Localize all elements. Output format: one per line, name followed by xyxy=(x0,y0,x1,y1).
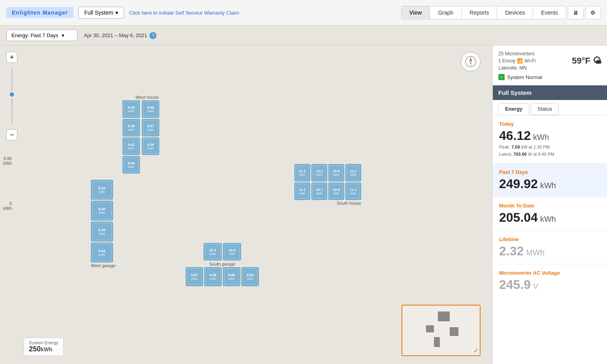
tab-reports[interactable]: Reports xyxy=(462,6,497,19)
settings-button[interactable]: ⚙ xyxy=(585,6,601,19)
system-energy-value: 250kWh xyxy=(29,345,58,353)
today-sub: Peak: 7.09 kW at 1:35 PM Latest: 703.00 … xyxy=(499,144,601,158)
full-system-header: Full System xyxy=(493,85,607,100)
temperature-display: 59°F 🌤 xyxy=(572,56,601,66)
energy-dropdown[interactable]: Energy: Past 7 Days ▾ xyxy=(6,30,77,41)
zoom-in-button[interactable]: + xyxy=(6,52,17,63)
panel-wh-5[interactable]: 9.41kWh xyxy=(123,138,140,155)
panel-wh-6[interactable]: 9.36kWh xyxy=(142,138,159,155)
system-status-label: System Normal xyxy=(507,74,542,80)
past7days-value: 249.92 kWh xyxy=(499,177,601,191)
temperature-value: 59°F xyxy=(572,56,590,66)
panel-wg-1[interactable]: 9.22kWh xyxy=(91,180,113,200)
full-system-button[interactable]: Full System ▾ xyxy=(78,7,124,19)
panel-sh-1[interactable]: 11.1kWh xyxy=(294,164,310,181)
weather-row: 25 Microinverters 1 Envoy 📶 Wi-Fi Lakevi… xyxy=(498,50,601,72)
envoy-label: 1 Envoy xyxy=(498,57,515,64)
panel-sh-2[interactable]: 11.2kWh xyxy=(311,164,327,181)
top-bar: Enlighten Manager Full System ▾ Click he… xyxy=(0,0,607,26)
panel-sg-top-1[interactable]: 10.4kWh xyxy=(204,243,222,260)
month-to-date-label: Month To Date xyxy=(499,203,601,209)
status-dot-icon: ✓ xyxy=(498,74,505,80)
voltage-label: Microinverter AC Voltage xyxy=(499,270,601,276)
panel-group-west-house: West house 9.29kWh 9.46kWh 9.36kWh 9.37k… xyxy=(123,95,160,174)
tab-graph[interactable]: Graph xyxy=(430,6,462,19)
panel-sg-top-2[interactable]: 10.6kWh xyxy=(223,243,241,260)
latest-value: 703.00 xyxy=(513,152,527,157)
weather-info: 25 Microinverters 1 Envoy 📶 Wi-Fi Lakevi… xyxy=(498,50,535,72)
chevron-down-icon: ▾ xyxy=(115,9,118,16)
tab-devices[interactable]: Devices xyxy=(497,6,533,19)
south-house-label: South house xyxy=(294,201,361,206)
sub-bar: Energy: Past 7 Days ▾ Apr 30, 2021 – May… xyxy=(0,26,607,45)
panel-wh-4[interactable]: 9.37kWh xyxy=(142,119,159,136)
system-energy-label: System Energy xyxy=(29,340,58,345)
energy-stats: Today 46.12 kWh Peak: 7.09 kW at 1:35 PM… xyxy=(493,115,607,298)
energy-dropdown-label: Energy: Past 7 Days xyxy=(11,32,58,38)
mini-shape-4 xyxy=(434,337,440,347)
past7days-label: Past 7 Days xyxy=(499,169,601,175)
south-garage-label: South garage xyxy=(186,262,259,266)
scale-bottom-value: 0 xyxy=(3,201,12,206)
main-content: + − 9.80 kWh 0 kWh West house 9.29kWh 9.… xyxy=(0,45,607,364)
scale-bottom-unit: kWh xyxy=(3,206,12,211)
scale-top-value: 9.80 xyxy=(3,156,12,161)
wifi-icon: 📶 xyxy=(517,57,523,64)
panel-wg-3[interactable]: 9.30kWh xyxy=(91,222,113,241)
stat-past7days: Past 7 Days 249.92 kWh xyxy=(493,164,607,197)
panel-sh-8[interactable]: 11.1kWh xyxy=(345,183,361,200)
nav-tabs: View Graph Reports Devices Events 🖥 ⚙ xyxy=(401,6,601,19)
peak-unit: kW at 1:35 PM xyxy=(521,145,550,149)
panel-tabs: Energy Status xyxy=(493,100,607,115)
zoom-out-button[interactable]: − xyxy=(6,129,17,140)
mini-shape-1 xyxy=(438,311,450,321)
zoom-slider[interactable] xyxy=(11,64,13,128)
panel-sg-2[interactable]: 9.36kWh xyxy=(204,267,222,286)
date-range: Apr 30, 2021 – May 6, 2021 ? xyxy=(84,32,156,39)
svg-marker-2 xyxy=(469,62,472,66)
compass-icon xyxy=(461,52,481,72)
panel-tab-energy[interactable]: Energy xyxy=(498,103,529,115)
peak-value: 7.09 xyxy=(511,145,520,149)
panel-wg-4[interactable]: 9.44kWh xyxy=(91,243,113,262)
panel-wh-3[interactable]: 9.36kWh xyxy=(123,119,140,136)
tab-view[interactable]: View xyxy=(401,6,430,19)
panel-sh-4[interactable]: 11.1kWh xyxy=(345,164,361,181)
tab-events[interactable]: Events xyxy=(533,6,566,19)
panel-sg-1[interactable]: 9.57kWh xyxy=(186,267,203,286)
mini-shape-3 xyxy=(450,327,458,336)
stat-today: Today 46.12 kWh Peak: 7.09 kW at 1:35 PM… xyxy=(493,115,607,164)
right-panel: 25 Microinverters 1 Envoy 📶 Wi-Fi Lakevi… xyxy=(492,45,607,364)
panel-tab-status[interactable]: Status xyxy=(531,103,559,115)
voltage-section: Microinverter AC Voltage 245.9 V xyxy=(493,264,607,298)
stat-month-to-date: Month To Date 205.04 kWh xyxy=(493,197,607,231)
panel-group-south-house: 11.1kWh 11.2kWh 10.9kWh 11.1kWh 11.1kWh … xyxy=(294,164,361,206)
info-icon[interactable]: ? xyxy=(149,32,156,39)
panel-wg-2[interactable]: 9.30kWh xyxy=(91,201,113,221)
panel-sh-5[interactable]: 11.1kWh xyxy=(294,183,310,200)
panel-wh-2[interactable]: 9.46kWh xyxy=(142,100,159,118)
warranty-link[interactable]: Click here to initiate Self Service Warr… xyxy=(129,10,239,16)
monitor-button[interactable]: 🖥 xyxy=(568,6,584,19)
mini-shape-2 xyxy=(426,325,434,332)
panel-wh-1[interactable]: 9.29kWh xyxy=(123,100,140,118)
mini-map-expand-button[interactable]: ⤢ xyxy=(473,347,478,354)
panel-sg-4[interactable]: 9.03kWh xyxy=(241,267,259,286)
chevron-down-icon: ▾ xyxy=(62,32,64,38)
brand-logo: Enlighten Manager xyxy=(6,7,74,18)
panel-wh-7[interactable]: 9.46kWh xyxy=(123,156,140,174)
voltage-value: 245.9 V xyxy=(499,277,601,292)
zoom-controls: + − xyxy=(6,52,17,140)
lifetime-value: 2.32 MWh xyxy=(499,244,601,258)
panel-sh-3[interactable]: 10.9kWh xyxy=(328,164,344,181)
month-to-date-value: 205.04 kWh xyxy=(499,210,601,225)
panel-sh-6[interactable]: 10.7kWh xyxy=(311,183,327,200)
mini-map-content xyxy=(402,306,480,355)
panel-sg-3[interactable]: 9.90kWh xyxy=(223,267,240,286)
west-house-label: West house xyxy=(123,95,158,100)
panel-sh-7[interactable]: 10.9kWh xyxy=(328,183,344,200)
system-status-row: ✓ System Normal xyxy=(498,74,601,80)
latest-unit: W at 6:40 PM xyxy=(528,152,554,157)
lifetime-label: Lifetime xyxy=(499,236,601,242)
map-area: + − 9.80 kWh 0 kWh West house 9.29kWh 9.… xyxy=(0,45,492,364)
